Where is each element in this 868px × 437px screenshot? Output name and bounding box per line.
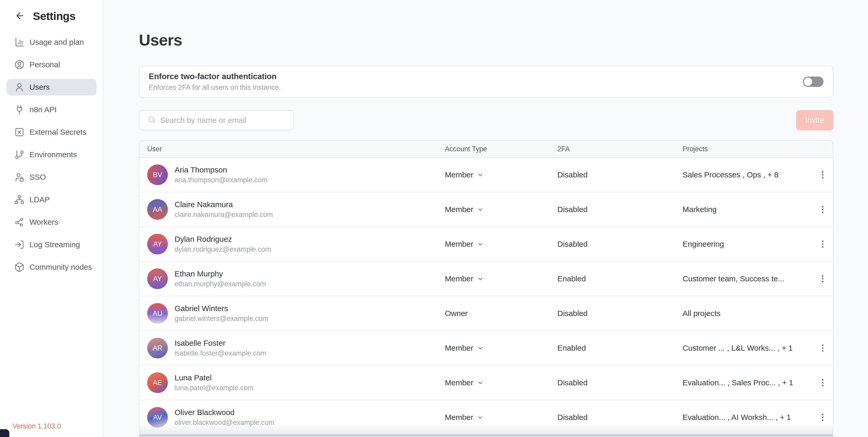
user-name: Aria Thompson xyxy=(175,165,268,174)
twofa-status: Enabled xyxy=(557,344,683,352)
kebab-icon xyxy=(817,239,828,249)
user-name: Luna Patel xyxy=(175,373,253,382)
user-identity: Luna Patelluna.patel@example.com xyxy=(175,373,253,392)
sidebar-nav: Usage and planPersonalUsersn8n APIExtern… xyxy=(0,34,103,275)
user-email: oliver.blackwood@example.com xyxy=(175,419,274,427)
user-identity: Aria Thompsonaria.thompson@example.com xyxy=(175,165,268,184)
projects-list: Evaluation... , Sales Proc... , + 1 xyxy=(683,378,813,387)
settings-app: Settings Usage and planPersonalUsersn8n … xyxy=(0,0,868,437)
sidebar-header: Settings xyxy=(0,0,103,23)
account-type-dropdown[interactable]: Member xyxy=(445,378,484,387)
account-type-dropdown[interactable]: Member xyxy=(445,205,484,214)
git-branch-icon xyxy=(14,150,25,160)
chevron-down-icon xyxy=(477,171,484,178)
row-menu-button[interactable] xyxy=(815,375,830,390)
projects-list: All projects xyxy=(683,309,813,318)
twofa-status: Disabled xyxy=(557,378,683,387)
plug-icon xyxy=(14,104,25,115)
row-menu-button[interactable] xyxy=(815,341,830,355)
enforce-2fa-text: Enforce two-factor authentication Enforc… xyxy=(149,72,281,92)
sidebar-item-community-nodes[interactable]: Community nodes xyxy=(6,259,96,275)
row-menu-button[interactable] xyxy=(815,410,830,425)
column-header-2fa: 2FA xyxy=(557,145,683,153)
twofa-status: Disabled xyxy=(557,240,683,249)
sidebar-item-label: SSO xyxy=(30,173,46,182)
account-type-label: Owner xyxy=(445,309,468,318)
twofa-status: Disabled xyxy=(557,170,683,179)
user-name: Dylan Rodriguez xyxy=(175,235,271,244)
account-type-dropdown[interactable]: Member xyxy=(445,344,484,352)
user-name: Claire Nakamura xyxy=(175,200,273,209)
sidebar-item-workers[interactable]: Workers xyxy=(6,214,96,230)
user-email: isabelle.foster@example.com xyxy=(175,349,267,357)
user-email: ethan.murphy@example.com xyxy=(175,280,266,288)
back-button[interactable] xyxy=(14,10,26,22)
sidebar-item-ldap[interactable]: LDAP xyxy=(6,191,96,208)
enforce-2fa-description: Enforces 2FA for all users on this insta… xyxy=(149,84,281,92)
sidebar-item-personal[interactable]: Personal xyxy=(6,56,96,73)
user-cell: AYEthan Murphyethan.murphy@example.com xyxy=(147,269,445,289)
search-icon xyxy=(148,116,156,125)
avatar: AU xyxy=(147,303,168,324)
table-row-oliver-blackwood: AVOliver Blackwoodoliver.blackwood@examp… xyxy=(140,400,833,435)
row-menu-button[interactable] xyxy=(815,237,830,251)
user-identity: Ethan Murphyethan.murphy@example.com xyxy=(175,270,266,288)
avatar: AV xyxy=(147,407,168,428)
table-row-gabriel-winters: AUGabriel Wintersgabriel.winters@example… xyxy=(140,296,833,331)
user-email: gabriel.winters@example.com xyxy=(175,315,268,323)
sidebar-item-sso[interactable]: SSO xyxy=(6,169,96,185)
table-row-luna-patel: AELuna Patelluna.patel@example.comMember… xyxy=(140,366,833,400)
search-input[interactable] xyxy=(160,116,288,125)
user-email: dylan.rodriguez@example.com xyxy=(175,245,271,253)
user-lock-icon xyxy=(14,172,25,182)
sidebar-item-usage-and-plan[interactable]: Usage and plan xyxy=(6,34,96,51)
projects-list: Customer team, Success te... xyxy=(683,274,813,283)
user-circle-icon xyxy=(14,60,25,70)
user-identity: Claire Nakamuraclaire.nakamura@example.c… xyxy=(175,200,273,219)
projects-list: Sales Processes , Ops , + 8 xyxy=(683,170,813,179)
user-email: aria.thompson@example.com xyxy=(175,176,268,184)
user-cell: AUGabriel Wintersgabriel.winters@example… xyxy=(147,303,445,324)
account-type-dropdown[interactable]: Member xyxy=(445,274,484,283)
user-name: Gabriel Winters xyxy=(175,304,268,313)
version-label: Version 1.103.0 xyxy=(12,422,61,430)
sidebar-item-n8n-api[interactable]: n8n API xyxy=(6,101,96,118)
row-menu-button[interactable] xyxy=(815,272,830,286)
user-name: Oliver Blackwood xyxy=(175,408,274,417)
sidebar-item-log-streaming[interactable]: Log Streaming xyxy=(6,236,96,253)
projects-list: Customer ... , L&L Works... , + 1 xyxy=(683,344,813,352)
twofa-status: Disabled xyxy=(557,205,683,214)
sidebar-item-label: Usage and plan xyxy=(30,38,84,46)
user-cell: AAClaire Nakamuraclaire.nakamura@example… xyxy=(147,199,445,220)
chat-widget-button[interactable] xyxy=(0,429,9,437)
search-box xyxy=(139,110,294,130)
row-menu-button[interactable] xyxy=(815,167,830,182)
user-cell: AELuna Patelluna.patel@example.com xyxy=(147,372,445,393)
row-actions xyxy=(813,341,833,355)
account-type-dropdown[interactable]: Member xyxy=(445,413,484,422)
kebab-icon xyxy=(817,204,828,215)
user-cell: ARIsabelle Fosterisabelle.foster@example… xyxy=(147,338,445,358)
twofa-status: Disabled xyxy=(557,309,683,318)
settings-sidebar: Settings Usage and planPersonalUsersn8n … xyxy=(0,0,103,437)
sidebar-item-users[interactable]: Users xyxy=(6,79,96,95)
sidebar-item-environments[interactable]: Environments xyxy=(6,146,96,163)
table-row-aria-thompson: BVAria Thompsonaria.thompson@example.com… xyxy=(140,158,833,192)
row-menu-button[interactable] xyxy=(815,202,830,217)
sidebar-item-label: External Secrets xyxy=(30,128,86,136)
account-type-dropdown[interactable]: Member xyxy=(445,170,484,179)
enforce-2fa-toggle[interactable] xyxy=(803,76,824,87)
users-table: UserAccount Type2FAProjects BVAria Thomp… xyxy=(139,140,833,436)
sidebar-item-label: LDAP xyxy=(30,195,50,204)
user-cell: AVOliver Blackwoodoliver.blackwood@examp… xyxy=(147,407,445,428)
invite-button[interactable]: Invite xyxy=(796,110,833,130)
row-actions xyxy=(813,410,833,425)
user-name: Isabelle Foster xyxy=(175,339,267,347)
kebab-icon xyxy=(817,377,828,388)
sidebar-item-label: n8n API xyxy=(30,105,57,114)
account-type-label: Member xyxy=(445,240,473,249)
users-toolbar: Invite xyxy=(139,110,833,130)
account-type-label: Member xyxy=(445,205,473,214)
sidebar-item-external-secrets[interactable]: External Secrets xyxy=(6,124,96,141)
account-type-dropdown[interactable]: Member xyxy=(445,240,484,249)
